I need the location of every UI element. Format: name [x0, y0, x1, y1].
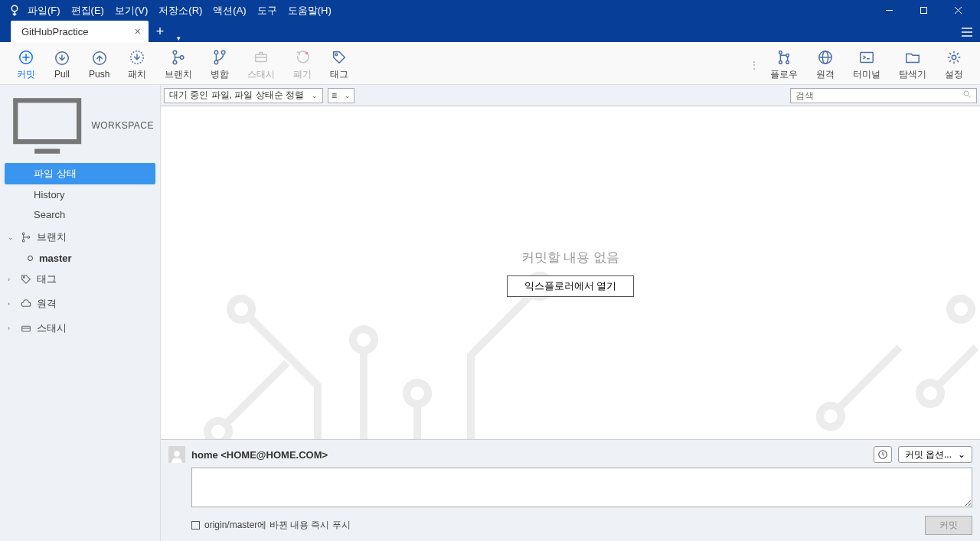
menu-items: 파일(F) 편집(E) 보기(V) 저장소(R) 액션(A) 도구 도움말(H) — [28, 4, 332, 18]
svg-point-19 — [222, 51, 226, 54]
cloud-icon — [20, 298, 32, 310]
menu-tool[interactable]: 도구 — [257, 4, 277, 18]
svg-point-18 — [214, 60, 218, 64]
commit-button[interactable]: 커밋 — [8, 45, 44, 84]
avatar — [168, 446, 185, 463]
svg-point-14 — [173, 51, 177, 54]
svg-point-15 — [173, 60, 177, 64]
svg-rect-30 — [861, 52, 874, 62]
commit-submit-button[interactable]: 커밋 — [925, 516, 972, 535]
svg-point-35 — [22, 240, 24, 242]
sidebar-group-tags[interactable]: › 태그 — [0, 267, 160, 292]
chevron-right-icon: › — [8, 324, 15, 332]
svg-point-23 — [779, 51, 782, 54]
chevron-down-icon: ⌄ — [8, 233, 15, 241]
tab-close-icon[interactable]: × — [135, 25, 141, 37]
svg-point-26 — [786, 60, 789, 64]
menu-edit[interactable]: 편집(E) — [71, 4, 104, 18]
svg-point-0 — [11, 5, 18, 11]
sidebar-item-history[interactable]: History — [5, 185, 155, 204]
chevron-down-icon: ⌄ — [312, 92, 318, 99]
clock-icon — [877, 449, 888, 460]
window-controls — [872, 0, 975, 21]
commit-panel: home <HOME@HOME.COM> 커밋 옵션... ⌄ origin/m… — [161, 440, 980, 541]
open-in-explorer-button[interactable]: 익스플로러에서 열기 — [507, 275, 635, 297]
svg-point-31 — [952, 55, 956, 60]
stash-button[interactable]: 스태시 — [238, 45, 284, 84]
svg-point-44 — [407, 383, 428, 404]
toolbar: 커밋 Pull Push 패치 브랜치 병합 스태시 폐기 태그 ⋮ 플로우 원… — [0, 42, 980, 85]
commit-author: home <HOME@HOME.COM> — [191, 449, 328, 461]
svg-rect-38 — [22, 326, 31, 331]
discard-button[interactable]: 폐기 — [284, 45, 321, 84]
svg-point-21 — [305, 51, 309, 54]
remote-button[interactable]: 원격 — [807, 45, 844, 84]
menu-bar: 파일(F) 편집(E) 보기(V) 저장소(R) 액션(A) 도구 도움말(H) — [0, 0, 980, 21]
list-icon: ≡ — [332, 90, 337, 101]
tag-button[interactable]: 태그 — [321, 45, 358, 84]
maximize-button[interactable] — [906, 0, 941, 21]
svg-rect-2 — [921, 8, 927, 14]
push-immediately-label: origin/master에 바뀐 내용 즉시 푸시 — [204, 519, 351, 532]
menu-file[interactable]: 파일(F) — [28, 4, 60, 18]
svg-point-34 — [22, 233, 24, 235]
tab-title: GitHubPractice — [21, 26, 88, 37]
view-mode-dropdown[interactable]: ≡ ⌄ — [328, 88, 354, 103]
sidebar-group-stashes[interactable]: › 스태시 — [0, 316, 160, 341]
settings-button[interactable]: 설정 — [936, 45, 972, 84]
sidebar-item-search[interactable]: Search — [5, 205, 155, 224]
svg-point-16 — [181, 55, 185, 59]
chevron-down-icon: ⌄ — [958, 449, 965, 460]
commit-history-button[interactable] — [874, 446, 892, 463]
workspace-header: WORKSPACE — [0, 85, 160, 162]
new-tab-dropdown[interactable]: ▾ — [172, 34, 185, 42]
filter-bar: 대기 중인 파일, 파일 상태순 정렬 ⌄ ≡ ⌄ — [161, 85, 980, 106]
chevron-right-icon: › — [8, 275, 15, 283]
svg-point-25 — [786, 54, 789, 57]
svg-point-49 — [174, 451, 180, 457]
chevron-right-icon: › — [8, 300, 15, 308]
patch-button[interactable]: 패치 — [119, 45, 155, 84]
menu-view[interactable]: 보기(V) — [115, 4, 148, 18]
app-logo-icon — [8, 4, 21, 18]
sidebar-branch-master[interactable]: master — [0, 249, 160, 267]
push-immediately-checkbox[interactable] — [191, 521, 200, 530]
merge-button[interactable]: 병합 — [201, 45, 238, 84]
explorer-button[interactable]: 탐색기 — [890, 45, 936, 84]
new-tab-button[interactable]: + — [149, 21, 172, 42]
svg-point-39 — [964, 91, 969, 96]
svg-line-40 — [969, 96, 971, 98]
svg-rect-20 — [256, 54, 267, 61]
push-button[interactable]: Push — [80, 45, 119, 84]
pending-files-dropdown[interactable]: 대기 중인 파일, 파일 상태순 정렬 ⌄ — [164, 88, 323, 103]
commit-options-dropdown[interactable]: 커밋 옵션... ⌄ — [898, 446, 972, 463]
gitflow-button[interactable]: 플로우 — [761, 45, 807, 84]
sidebar-group-remotes[interactable]: › 원격 — [0, 292, 160, 316]
menu-repo[interactable]: 저장소(R) — [158, 4, 202, 18]
svg-point-42 — [230, 298, 252, 320]
menu-action[interactable]: 액션(A) — [213, 4, 246, 18]
stage-area: 커밋할 내용 없음 익스플로러에서 열기 — [161, 106, 980, 440]
close-button[interactable] — [941, 0, 975, 21]
chevron-down-icon: ⌄ — [345, 92, 351, 99]
menu-help[interactable]: 도움말(H) — [288, 4, 332, 18]
commit-message-input[interactable] — [191, 468, 972, 507]
search-box[interactable] — [790, 88, 977, 103]
svg-point-17 — [214, 51, 218, 54]
sidebar-item-file-status[interactable]: 파일 상태 — [5, 163, 155, 184]
branch-icon — [20, 231, 32, 243]
hamburger-icon[interactable] — [954, 21, 980, 42]
sidebar-group-branches[interactable]: ⌄ 브랜치 — [0, 225, 160, 249]
search-input[interactable] — [795, 90, 962, 101]
empty-state-text: 커밋할 내용 없음 — [521, 249, 619, 266]
svg-point-46 — [820, 406, 841, 427]
minimize-button[interactable] — [872, 0, 906, 21]
tab-repository[interactable]: GitHubPractice × — [11, 21, 149, 42]
pull-button[interactable]: Pull — [44, 45, 80, 84]
terminal-button[interactable]: 터미널 — [844, 45, 890, 84]
svg-point-48 — [950, 298, 972, 320]
current-branch-indicator-icon — [28, 256, 33, 261]
svg-point-43 — [353, 329, 374, 350]
branch-button[interactable]: 브랜치 — [155, 45, 201, 84]
tab-bar: GitHubPractice × + ▾ — [0, 21, 980, 42]
